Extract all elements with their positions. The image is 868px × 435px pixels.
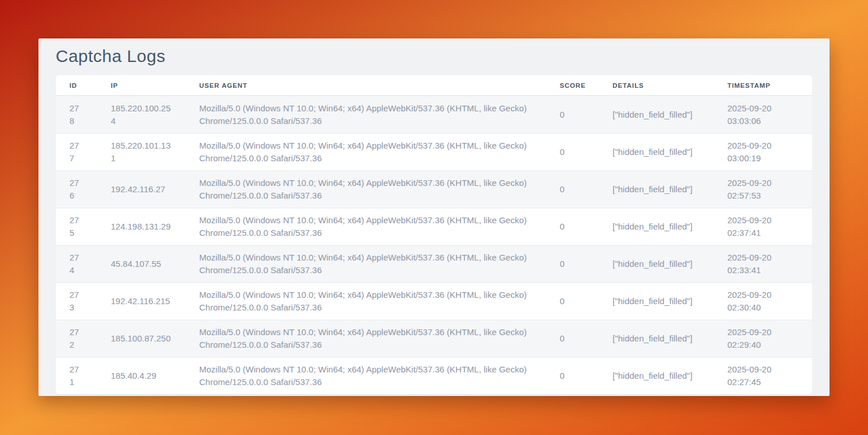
cell-details: ["hidden_field_filled"] — [599, 357, 714, 394]
cell-id: 273 — [56, 282, 97, 320]
cell-timestamp: 2025-09-20 02:37:41 — [714, 208, 812, 245]
cell-user-agent: Mozilla/5.0 (Windows NT 10.0; Win64; x64… — [185, 208, 546, 245]
cell-score: 0 — [546, 282, 599, 320]
column-header-user-agent: USER AGENT — [185, 75, 546, 96]
column-header-details: DETAILS — [599, 75, 714, 96]
cell-timestamp: 2025-09-20 02:57:53 — [714, 170, 812, 208]
cell-user-agent: Mozilla/5.0 (Windows NT 10.0; Win64; x64… — [185, 170, 546, 208]
table-row: 278 185.220.100.254 Mozilla/5.0 (Windows… — [56, 96, 812, 133]
column-header-id: ID — [56, 75, 97, 96]
cell-details: ["hidden_field_filled"] — [599, 133, 714, 170]
cell-ip: 185.40.4.29 — [97, 357, 185, 394]
cell-timestamp: 2025-09-20 02:27:45 — [714, 357, 812, 394]
cell-details: ["hidden_field_filled"] — [599, 320, 714, 357]
table-row: 276 192.42.116.27 Mozilla/5.0 (Windows N… — [56, 170, 812, 208]
cell-details: ["hidden_field_filled"] — [599, 245, 714, 282]
cell-details: ["hidden_field_filled"] — [599, 96, 714, 133]
table-row: 277 185.220.101.131 Mozilla/5.0 (Windows… — [56, 133, 812, 170]
captcha-logs-card[interactable]: Captcha Logs ID IP USER AGENT SCORE DETA… — [38, 38, 830, 396]
table-row: 275 124.198.131.29 Mozilla/5.0 (Windows … — [56, 208, 812, 245]
cell-score: 0 — [546, 170, 599, 208]
table-row: 271 185.40.4.29 Mozilla/5.0 (Windows NT … — [56, 357, 812, 394]
column-header-timestamp: TIMESTAMP — [714, 75, 812, 96]
cell-user-agent: Mozilla/5.0 (Windows NT 10.0; Win64; x64… — [185, 96, 546, 133]
table-row: 272 185.100.87.250 Mozilla/5.0 (Windows … — [56, 320, 812, 357]
cell-timestamp: 2025-09-20 03:03:06 — [714, 96, 812, 133]
cell-details: ["hidden_field_filled"] — [599, 282, 714, 320]
cell-id: 278 — [56, 96, 97, 133]
cell-id: 275 — [56, 208, 97, 245]
cell-ip: 45.84.107.55 — [97, 245, 185, 282]
cell-id: 271 — [56, 357, 97, 394]
cell-user-agent: Mozilla/5.0 (Windows NT 10.0; Win64; x64… — [185, 357, 546, 394]
cell-score: 0 — [546, 208, 599, 245]
cell-score: 0 — [546, 96, 599, 133]
cell-score: 0 — [546, 245, 599, 282]
table-header: ID IP USER AGENT SCORE DETAILS TIMESTAMP — [56, 75, 812, 96]
cell-score: 0 — [546, 320, 599, 357]
cell-timestamp: 2025-09-20 02:29:40 — [714, 320, 812, 357]
cell-score: 0 — [546, 357, 599, 394]
cell-ip: 185.100.87.250 — [97, 320, 185, 357]
cell-timestamp: 2025-09-20 02:33:41 — [714, 245, 812, 282]
cell-id: 277 — [56, 133, 97, 170]
cell-timestamp: 2025-09-20 02:30:40 — [714, 282, 812, 320]
cell-details: ["hidden_field_filled"] — [599, 208, 714, 245]
cell-id: 276 — [56, 170, 97, 208]
table-row: 274 45.84.107.55 Mozilla/5.0 (Windows NT… — [56, 245, 812, 282]
cell-timestamp: 2025-09-20 03:00:19 — [714, 133, 812, 170]
cell-user-agent: Mozilla/5.0 (Windows NT 10.0; Win64; x64… — [185, 320, 546, 357]
page-title: Captcha Logs — [56, 46, 812, 66]
table-body: 278 185.220.100.254 Mozilla/5.0 (Windows… — [56, 96, 812, 394]
cell-user-agent: Mozilla/5.0 (Windows NT 10.0; Win64; x64… — [185, 282, 546, 320]
cell-ip: 185.220.100.254 — [97, 96, 185, 133]
cell-id: 272 — [56, 320, 97, 357]
cell-score: 0 — [546, 133, 599, 170]
page-background: { "page": { "title": "Captcha Logs", "ba… — [0, 0, 868, 435]
cell-user-agent: Mozilla/5.0 (Windows NT 10.0; Win64; x64… — [185, 245, 546, 282]
cell-ip: 192.42.116.27 — [97, 170, 185, 208]
table-row: 273 192.42.116.215 Mozilla/5.0 (Windows … — [56, 282, 812, 320]
cell-user-agent: Mozilla/5.0 (Windows NT 10.0; Win64; x64… — [185, 133, 546, 170]
cell-ip: 192.42.116.215 — [97, 282, 185, 320]
cell-ip: 124.198.131.29 — [97, 208, 185, 245]
cell-ip: 185.220.101.131 — [97, 133, 185, 170]
cell-details: ["hidden_field_filled"] — [599, 170, 714, 208]
column-header-score: SCORE — [546, 75, 599, 96]
captcha-logs-table: ID IP USER AGENT SCORE DETAILS TIMESTAMP… — [56, 75, 812, 394]
column-header-ip: IP — [97, 75, 185, 96]
cell-id: 274 — [56, 245, 97, 282]
